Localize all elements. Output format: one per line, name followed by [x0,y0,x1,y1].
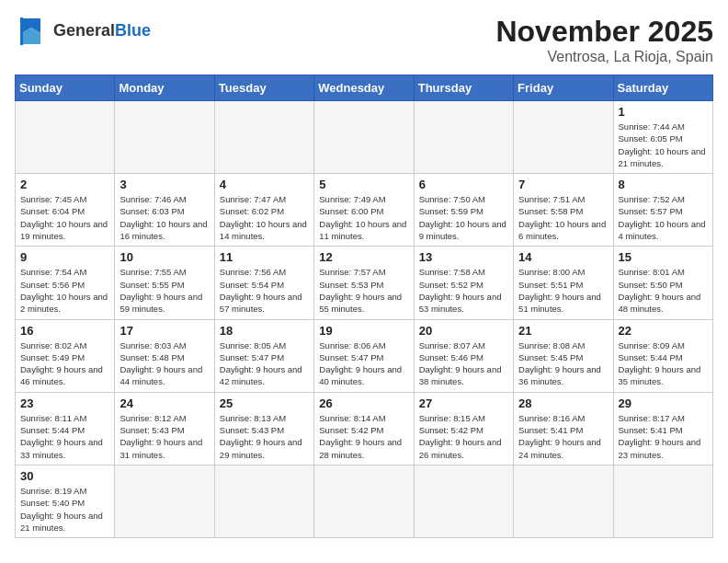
day-info: Sunrise: 7:50 AM Sunset: 5:59 PM Dayligh… [419,193,508,242]
calendar-cell: 15Sunrise: 8:01 AM Sunset: 5:50 PM Dayli… [613,247,712,319]
calendar-cell [314,101,414,174]
day-info: Sunrise: 7:44 AM Sunset: 6:05 PM Dayligh… [619,121,708,169]
day-number: 25 [220,396,309,410]
calendar-cell: 28Sunrise: 8:16 AM Sunset: 5:41 PM Dayli… [514,392,613,465]
calendar-cell: 13Sunrise: 7:58 AM Sunset: 5:52 PM Dayli… [414,247,513,319]
calendar-cell: 22Sunrise: 8:09 AM Sunset: 5:44 PM Dayli… [613,319,712,392]
week-row-3: 9Sunrise: 7:54 AM Sunset: 5:56 PM Daylig… [16,247,713,319]
day-number: 16 [20,324,109,338]
week-row-2: 2Sunrise: 7:45 AM Sunset: 6:04 PM Daylig… [16,174,713,247]
day-number: 22 [619,324,708,338]
day-number: 20 [419,324,508,338]
day-info: Sunrise: 8:05 AM Sunset: 5:47 PM Dayligh… [220,339,309,388]
calendar-cell: 1Sunrise: 7:44 AM Sunset: 6:05 PM Daylig… [613,101,712,174]
day-number: 15 [619,250,708,264]
calendar-cell [115,101,214,174]
day-info: Sunrise: 8:02 AM Sunset: 5:49 PM Dayligh… [20,339,109,388]
calendar-cell: 9Sunrise: 7:54 AM Sunset: 5:56 PM Daylig… [16,247,115,319]
day-number: 2 [20,178,109,191]
day-info: Sunrise: 8:14 AM Sunset: 5:42 PM Dayligh… [319,412,408,461]
calendar-cell: 7Sunrise: 7:51 AM Sunset: 5:58 PM Daylig… [514,174,613,247]
calendar-cell: 11Sunrise: 7:56 AM Sunset: 5:54 PM Dayli… [214,247,313,319]
day-info: Sunrise: 7:55 AM Sunset: 5:55 PM Dayligh… [119,266,209,315]
title-block: November 2025 Ventrosa, La Rioja, Spain [495,15,713,65]
calendar-cell: 30Sunrise: 8:19 AM Sunset: 5:40 PM Dayli… [16,465,115,537]
day-number: 7 [518,178,608,191]
calendar-cell: 27Sunrise: 8:15 AM Sunset: 5:42 PM Dayli… [414,392,513,465]
week-row-4: 16Sunrise: 8:02 AM Sunset: 5:49 PM Dayli… [16,319,713,392]
calendar-cell: 24Sunrise: 8:12 AM Sunset: 5:43 PM Dayli… [115,392,214,465]
day-info: Sunrise: 8:08 AM Sunset: 5:45 PM Dayligh… [518,339,608,388]
day-info: Sunrise: 7:57 AM Sunset: 5:53 PM Dayligh… [319,266,408,315]
day-number: 12 [319,250,408,264]
day-info: Sunrise: 8:17 AM Sunset: 5:41 PM Dayligh… [619,412,708,461]
calendar-cell [115,465,214,537]
calendar-cell [214,465,313,537]
weekday-header-wednesday: Wednesday [314,75,414,101]
svg-rect-3 [20,17,23,45]
day-number: 4 [220,178,309,191]
day-number: 5 [319,178,408,191]
calendar-cell: 4Sunrise: 7:47 AM Sunset: 6:02 PM Daylig… [214,174,313,247]
day-info: Sunrise: 7:56 AM Sunset: 5:54 PM Dayligh… [220,266,309,315]
weekday-header-monday: Monday [115,75,214,101]
calendar-cell [214,101,313,174]
week-row-6: 30Sunrise: 8:19 AM Sunset: 5:40 PM Dayli… [16,465,713,537]
calendar-cell: 8Sunrise: 7:52 AM Sunset: 5:57 PM Daylig… [613,174,712,247]
calendar-cell: 2Sunrise: 7:45 AM Sunset: 6:04 PM Daylig… [16,174,115,247]
day-number: 28 [518,396,608,410]
week-row-1: 1Sunrise: 7:44 AM Sunset: 6:05 PM Daylig… [16,101,713,174]
calendar-table: SundayMondayTuesdayWednesdayThursdayFrid… [15,75,713,538]
day-number: 29 [619,396,708,410]
day-info: Sunrise: 7:45 AM Sunset: 6:04 PM Dayligh… [20,193,109,242]
day-info: Sunrise: 8:15 AM Sunset: 5:42 PM Dayligh… [419,412,508,461]
week-row-5: 23Sunrise: 8:11 AM Sunset: 5:44 PM Dayli… [16,392,713,465]
header: GeneralBlue November 2025 Ventrosa, La R… [15,15,713,65]
logo-icon [15,15,48,48]
calendar-cell: 5Sunrise: 7:49 AM Sunset: 6:00 PM Daylig… [314,174,414,247]
calendar-cell [613,465,712,537]
calendar-cell [414,465,513,537]
calendar-cell: 14Sunrise: 8:00 AM Sunset: 5:51 PM Dayli… [514,247,613,319]
day-info: Sunrise: 8:19 AM Sunset: 5:40 PM Dayligh… [20,485,109,534]
day-number: 27 [419,396,508,410]
calendar-cell: 10Sunrise: 7:55 AM Sunset: 5:55 PM Dayli… [115,247,214,319]
calendar-cell: 21Sunrise: 8:08 AM Sunset: 5:45 PM Dayli… [514,319,613,392]
day-info: Sunrise: 7:51 AM Sunset: 5:58 PM Dayligh… [518,193,608,242]
day-number: 8 [619,178,708,191]
day-info: Sunrise: 7:54 AM Sunset: 5:56 PM Dayligh… [20,266,109,315]
calendar-cell: 17Sunrise: 8:03 AM Sunset: 5:48 PM Dayli… [115,319,214,392]
day-number: 14 [518,250,608,264]
day-number: 18 [220,324,309,338]
logo-text: GeneralBlue [53,22,151,40]
day-info: Sunrise: 8:00 AM Sunset: 5:51 PM Dayligh… [518,266,608,315]
day-info: Sunrise: 8:11 AM Sunset: 5:44 PM Dayligh… [20,412,109,461]
calendar-cell: 6Sunrise: 7:50 AM Sunset: 5:59 PM Daylig… [414,174,513,247]
day-number: 30 [20,469,109,483]
calendar-cell [514,101,613,174]
calendar-cell [414,101,513,174]
weekday-header-thursday: Thursday [414,75,513,101]
day-number: 19 [319,324,408,338]
day-info: Sunrise: 8:03 AM Sunset: 5:48 PM Dayligh… [119,339,209,388]
weekday-header-row: SundayMondayTuesdayWednesdayThursdayFrid… [16,75,713,101]
day-info: Sunrise: 8:09 AM Sunset: 5:44 PM Dayligh… [619,339,708,388]
calendar-cell: 3Sunrise: 7:46 AM Sunset: 6:03 PM Daylig… [115,174,214,247]
calendar-subtitle: Ventrosa, La Rioja, Spain [495,49,713,65]
day-number: 11 [220,250,309,264]
day-number: 24 [119,396,209,410]
calendar-cell: 20Sunrise: 8:07 AM Sunset: 5:46 PM Dayli… [414,319,513,392]
day-info: Sunrise: 8:01 AM Sunset: 5:50 PM Dayligh… [619,266,708,315]
calendar-cell: 16Sunrise: 8:02 AM Sunset: 5:49 PM Dayli… [16,319,115,392]
calendar-cell: 25Sunrise: 8:13 AM Sunset: 5:43 PM Dayli… [214,392,313,465]
calendar-cell: 18Sunrise: 8:05 AM Sunset: 5:47 PM Dayli… [214,319,313,392]
day-info: Sunrise: 8:12 AM Sunset: 5:43 PM Dayligh… [119,412,209,461]
day-number: 13 [419,250,508,264]
calendar-cell [16,101,115,174]
day-info: Sunrise: 7:49 AM Sunset: 6:00 PM Dayligh… [319,193,408,242]
day-number: 9 [20,250,109,264]
weekday-header-friday: Friday [514,75,613,101]
calendar-cell: 29Sunrise: 8:17 AM Sunset: 5:41 PM Dayli… [613,392,712,465]
day-number: 6 [419,178,508,191]
calendar-cell: 23Sunrise: 8:11 AM Sunset: 5:44 PM Dayli… [16,392,115,465]
